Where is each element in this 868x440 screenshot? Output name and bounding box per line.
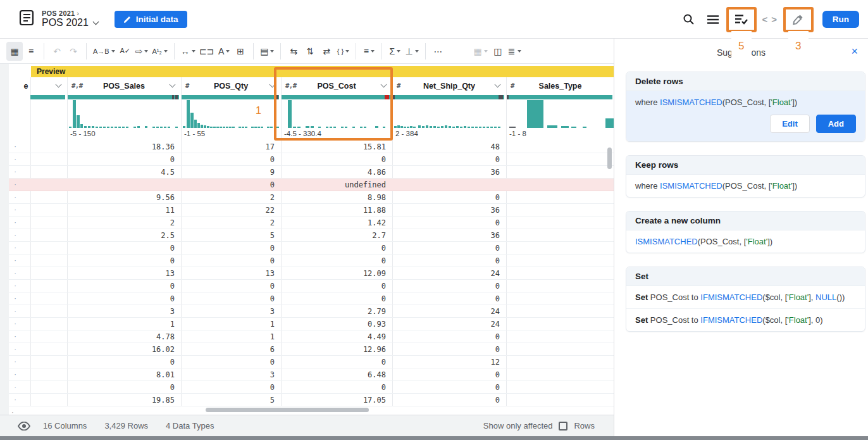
data-quality-bar[interactable] [68, 95, 179, 99]
histogram-bar[interactable] [483, 127, 485, 128]
title-dropdown-icon[interactable] [92, 18, 99, 25]
table-cell[interactable]: 0.93 [282, 318, 392, 330]
table-cell[interactable]: 2.79 [282, 305, 392, 318]
table-cell[interactable]: 0 [68, 153, 180, 166]
table-cell[interactable]: 6 [182, 343, 280, 356]
histogram-bar[interactable] [194, 120, 197, 128]
histogram-bar[interactable] [73, 100, 76, 128]
histogram-bar[interactable] [168, 127, 170, 128]
table-cell[interactable]: 5 [182, 394, 280, 406]
table-cell[interactable]: 0 [393, 280, 505, 292]
histogram-bar[interactable] [261, 127, 263, 128]
split-column-icon[interactable]: ↔ [179, 42, 197, 61]
histogram-bar[interactable] [468, 127, 470, 128]
histogram-bar[interactable] [293, 127, 296, 128]
table-row[interactable]: ·221.420 [9, 217, 614, 229]
table-row[interactable]: ·00012 [9, 356, 614, 368]
histogram-bar[interactable] [99, 127, 102, 128]
histogram-bar[interactable] [115, 127, 117, 128]
column-histogram[interactable] [507, 100, 614, 128]
table-cell[interactable]: 16.02 [68, 343, 180, 356]
histogram-bar[interactable] [80, 124, 83, 128]
suggestion-option[interactable]: ISMISMATCHED(POS_Cost, ['Float']) [626, 230, 865, 253]
table-row[interactable]: ·131312.0924 [9, 267, 614, 280]
histogram-bar[interactable] [527, 100, 543, 128]
table-cell[interactable]: 0 [393, 381, 505, 394]
suggestion-option[interactable]: Set POS_Cost to IFMISMATCHED($col, ['Flo… [626, 286, 865, 309]
table-cell[interactable]: 13 [68, 267, 180, 280]
table-cell[interactable]: 0 [182, 381, 280, 394]
data-quality-bar[interactable] [282, 95, 390, 99]
histogram-bar[interactable] [456, 126, 459, 128]
table-cell[interactable]: 19.85 [68, 394, 180, 406]
histogram-bar[interactable] [223, 127, 225, 128]
table-cell[interactable]: 0 [282, 255, 392, 267]
data-quality-bar[interactable] [30, 95, 65, 99]
search-icon[interactable] [681, 11, 697, 28]
histogram-bar[interactable] [216, 127, 219, 128]
table-row[interactable]: ·9.5628.980 [9, 191, 614, 204]
histogram-bar[interactable] [437, 127, 440, 128]
table-cell[interactable]: 2 [182, 217, 280, 229]
table-row[interactable]: ·110.9324 [9, 318, 614, 330]
table-cell[interactable]: 2.7 [282, 229, 392, 242]
table-cell[interactable]: 12.96 [282, 343, 392, 356]
histogram-bar[interactable] [164, 127, 166, 128]
settings-icon[interactable]: ≣ [506, 42, 523, 61]
list-view-icon[interactable]: ≡ [23, 42, 39, 61]
histogram-bar[interactable] [464, 126, 466, 128]
row-count[interactable]: 3,429 Rows [104, 421, 148, 431]
histogram-bar[interactable] [433, 126, 436, 128]
table-cell[interactable]: 3 [182, 368, 280, 381]
table-cell[interactable]: 11.88 [282, 204, 392, 217]
suggestion-option[interactable]: where ISMISMATCHED(POS_Cost, ['Float'])E… [626, 91, 865, 141]
histogram-bar[interactable] [107, 127, 109, 128]
histogram-bar[interactable] [326, 127, 328, 128]
histogram-bar[interactable] [418, 125, 421, 128]
histogram-bar[interactable] [152, 127, 155, 128]
histogram-bar[interactable] [92, 126, 94, 128]
table-cell[interactable]: 36 [393, 166, 505, 179]
table-cell[interactable]: 24 [393, 318, 505, 330]
join-icon[interactable]: ⊥ [403, 42, 420, 61]
column-header[interactable]: POS_Qty [182, 77, 280, 95]
table-cell[interactable]: 0 [393, 343, 505, 356]
column-header[interactable]: e [20, 77, 32, 95]
table-cell[interactable]: 0 [282, 356, 392, 368]
histogram-bar[interactable] [118, 127, 121, 128]
histogram-bar[interactable] [490, 127, 493, 128]
table-cell[interactable]: 24 [393, 267, 505, 280]
rename-columns-icon[interactable]: A→B [91, 42, 117, 61]
histogram-bar[interactable] [364, 127, 366, 128]
histogram-bar[interactable] [430, 126, 432, 128]
histogram-bar[interactable] [422, 126, 425, 128]
table-row[interactable]: ·8.0136.480 [9, 368, 614, 381]
table-row[interactable]: ·112211.8836 [9, 204, 614, 217]
column-header[interactable]: Sales_Type [507, 77, 614, 95]
histogram-bar[interactable] [232, 127, 235, 128]
histogram-bar[interactable] [494, 127, 497, 128]
histogram-bar[interactable] [397, 125, 400, 128]
histogram-bar[interactable] [226, 127, 228, 128]
recipe-icon[interactable] [733, 11, 750, 28]
data-quality-bar[interactable] [393, 95, 504, 99]
histogram-bar[interactable] [383, 127, 385, 128]
column-count[interactable]: 16 Columns [43, 421, 87, 431]
histogram-bar[interactable] [330, 127, 332, 128]
histogram-bar[interactable] [267, 127, 270, 128]
table-row[interactable]: ·2.552.736 [9, 229, 614, 242]
table-cell[interactable]: 4.49 [282, 330, 392, 343]
histogram-bar[interactable] [509, 127, 516, 128]
eyedropper-icon[interactable] [790, 11, 807, 28]
histogram-bar[interactable] [475, 127, 478, 128]
histogram-bar[interactable] [487, 127, 489, 128]
table-cell[interactable]: 0 [282, 280, 392, 292]
table-cell[interactable]: 0 [182, 255, 280, 267]
histogram-bar[interactable] [251, 127, 254, 128]
histogram-bar[interactable] [605, 118, 614, 128]
histogram-bar[interactable] [345, 127, 347, 128]
suggestion-option[interactable]: Set POS_Cost to IFMISMATCHED($col, ['Flo… [626, 309, 865, 331]
steps-list-icon[interactable] [705, 11, 721, 28]
column-histogram[interactable] [30, 100, 66, 128]
table-cell[interactable]: 17.05 [282, 394, 392, 406]
